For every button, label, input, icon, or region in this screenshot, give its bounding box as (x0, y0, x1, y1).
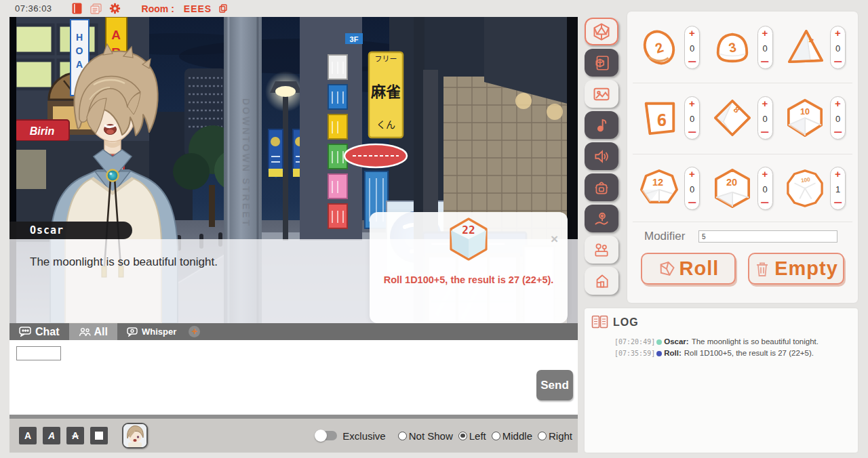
d20-count: 0 (762, 184, 767, 194)
d3-die-button[interactable]: 3 (713, 28, 752, 67)
chat-tab-bar: Chat All Whisper + (9, 323, 578, 340)
scene-viewport[interactable]: Birin HOA ART (9, 17, 578, 323)
rulebook-icon[interactable] (71, 3, 83, 15)
d4-die-button[interactable]: 4 (785, 28, 825, 67)
d6-stepper: + 0 − (684, 96, 700, 140)
d6-face: 6 (656, 110, 667, 130)
sidebar-image-button[interactable] (585, 80, 618, 108)
radio-middle[interactable]: Middle (492, 430, 532, 442)
d10-increase-button[interactable]: + (835, 100, 841, 107)
sidebar-backpack-button[interactable] (585, 173, 618, 201)
tab-chat[interactable]: Chat (9, 323, 69, 340)
format-bar: A A A Exclusive Not Show Le (9, 419, 578, 453)
tab-chat-label: Chat (35, 326, 60, 338)
tab-all[interactable]: All (69, 323, 117, 340)
d8-die-button[interactable]: 8 (713, 98, 752, 138)
sidebar-dice-button[interactable] (585, 18, 618, 45)
log-pages-icon[interactable] (90, 3, 102, 15)
sidebar-map-button[interactable] (585, 205, 618, 232)
dice-cell-d100: 100 + 1 − (785, 167, 846, 210)
dice-cell-d12: 12 + 0 − (639, 167, 700, 210)
d12-die-button[interactable]: 12 (639, 169, 679, 208)
tab-whisper-label: Whisper (142, 327, 176, 337)
d6-die-button[interactable]: 6 (639, 98, 679, 138)
modifier-input[interactable] (698, 230, 837, 243)
d2-increase-button[interactable]: + (689, 30, 695, 37)
d3-increase-button[interactable]: + (762, 30, 768, 37)
d20-decrease-button[interactable]: − (761, 201, 770, 206)
d10-face: 10 (800, 107, 810, 117)
separator (633, 222, 852, 222)
roll-button[interactable]: Roll (641, 253, 736, 285)
room-label: Room : (142, 3, 174, 14)
send-button[interactable]: Send (536, 370, 573, 400)
sign-floor: 3F (350, 35, 359, 43)
sidebar-music-button[interactable] (585, 111, 618, 139)
dice-row-1: 2 + 0 − 3 + 0 − 4 (627, 14, 858, 81)
sidebar-characters-button[interactable] (585, 236, 618, 264)
d12-increase-button[interactable]: + (689, 171, 695, 178)
empty-label: Empty (774, 257, 838, 280)
d20-die-button[interactable]: 20 (713, 169, 752, 208)
d4-increase-button[interactable]: + (835, 30, 841, 37)
d4-decrease-button[interactable]: − (833, 60, 842, 65)
dice-cell-d3: 3 + 0 − (713, 26, 773, 69)
speaker-color-dot (656, 339, 662, 345)
d6-increase-button[interactable]: + (689, 100, 695, 107)
d3-count: 0 (762, 43, 767, 54)
color-square-button[interactable] (90, 427, 108, 444)
d100-decrease-button[interactable]: − (833, 201, 842, 206)
add-tab-button[interactable]: + (189, 326, 200, 337)
map-pin-icon (593, 210, 610, 228)
speaker-icon (593, 148, 610, 165)
d10-count: 0 (835, 114, 840, 124)
modifier-label: Modifier (644, 230, 685, 243)
log-entry: [07:20:49] Oscar: The moonlight is so be… (614, 336, 851, 348)
d3-decrease-button[interactable]: − (761, 60, 770, 65)
log-panel: LOG [07:20:49] Oscar: The moonlight is s… (585, 308, 858, 453)
d20-icon (592, 22, 611, 41)
tab-whisper[interactable]: Whisper (117, 323, 186, 340)
sidebar-room-button[interactable] (585, 267, 618, 295)
d20-increase-button[interactable]: + (762, 171, 768, 178)
d100-stepper: + 1 − (830, 167, 846, 210)
sidebar-dicelog-button[interactable] (585, 49, 618, 77)
chat-compose-area: Send (9, 340, 578, 415)
d100-increase-button[interactable]: + (835, 171, 841, 178)
empty-button[interactable]: Empty (748, 253, 844, 285)
character-nameplate: Oscar (9, 222, 132, 239)
d10-die-button[interactable]: 10 (785, 98, 825, 138)
close-icon[interactable]: × (551, 232, 558, 245)
log-title: LOG (613, 316, 639, 329)
top-bar: 07:36:03 Room : EEES (0, 0, 585, 17)
strike-button[interactable]: A (66, 427, 84, 444)
italic-button[interactable]: A (43, 427, 60, 444)
copy-room-icon[interactable] (218, 4, 227, 14)
speaker-avatar[interactable] (122, 423, 148, 449)
d8-count: 0 (762, 114, 767, 124)
d2-decrease-button[interactable]: − (688, 60, 696, 65)
d8-decrease-button[interactable]: − (761, 130, 770, 136)
dice-cell-d8: 8 + 0 − (713, 96, 773, 140)
radio-left[interactable]: Left (458, 430, 486, 442)
sidebar-sound-button[interactable] (585, 142, 618, 170)
d100-die-button[interactable]: 100 (785, 169, 825, 208)
radio-right[interactable]: Right (538, 430, 572, 442)
d6-decrease-button[interactable]: − (688, 130, 696, 136)
dice-log-icon (593, 54, 610, 72)
sign-hoa: HOA (74, 32, 85, 72)
chat-name-input[interactable] (16, 346, 61, 360)
d8-increase-button[interactable]: + (762, 100, 768, 107)
sign-downtown-street: DOWNTOWN STREET (241, 98, 252, 228)
settings-gear-icon[interactable] (109, 3, 121, 15)
image-icon (592, 85, 611, 104)
app-root: 07:36:03 Room : EEES (0, 0, 868, 458)
bold-button[interactable]: A (19, 427, 37, 444)
d2-die-button[interactable]: 2 (639, 28, 679, 67)
side-toolbar (585, 18, 621, 295)
d10-decrease-button[interactable]: − (833, 130, 842, 136)
d12-decrease-button[interactable]: − (688, 201, 696, 206)
radio-not-show[interactable]: Not Show (398, 430, 453, 442)
tab-all-label: All (94, 326, 108, 338)
exclusive-toggle[interactable] (316, 431, 337, 440)
